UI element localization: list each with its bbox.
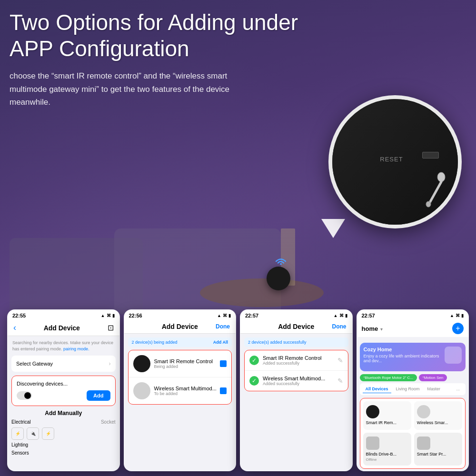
sensors-label: Sensors [11,450,29,456]
battery-icon: ▮ [228,313,231,318]
socket-wifi-icon[interactable]: 🔌 [27,427,39,440]
lighting-label: Lighting [11,442,28,447]
socket-zigbee-icon[interactable]: ⚡ [42,427,54,440]
phone2-status-icons: ▲ ⌘ ▮ [217,313,231,318]
phone2-status-bar: 22:56 ▲ ⌘ ▮ [124,310,236,320]
phone2-done-btn[interactable]: Done [216,323,230,330]
signal-icon: ▲ [101,313,105,318]
toggle-knob [24,392,31,399]
phone3-content: 2 device(s) added successfully ✓ Smart I… [240,334,352,471]
device-item-2: Wireless Smart Multimod... To be added [129,377,232,404]
wifi-icon: ⌘ [456,313,460,318]
phone1-nav-title: Add Device [44,324,80,332]
plug-icon[interactable]: ⚡ [11,427,24,440]
battery-icon: ▮ [112,313,115,318]
device4-name: Wireless Smart Multimod... [263,376,337,381]
phone3-status-icons: ▲ ⌘ ▮ [334,313,347,318]
device-tile-1-name: Smart IR Rem... [366,420,408,425]
select-gateway-row[interactable]: Select Gateway › [11,356,116,372]
toggle-switch[interactable] [17,391,32,400]
phone1-scan-btn[interactable]: ⊡ [108,323,114,332]
phone3-nav-title: Add Device [278,323,314,330]
device-tile-3[interactable]: Blinds Drive-B... Offline [363,433,411,466]
tab-living-room[interactable]: Living Room [393,385,423,393]
device-list-phone3: ✓ Smart IR Remote Control Added successf… [244,350,348,391]
device-tile-2-name: Wireless Smar... [417,420,459,425]
device-tile-4[interactable]: Smart Star Pr... [414,433,462,466]
device-tile-4-icon [417,436,430,450]
scene-icon [445,347,462,364]
shortcut-tag-2[interactable]: “Motion Sen [419,374,447,381]
chevron-right-icon: › [109,360,111,367]
phone3-done-btn[interactable]: Done [332,323,347,330]
device2-info: Wireless Smart Multimod... To be added [154,386,220,396]
socket-label: Socket [101,419,116,425]
add-all-btn[interactable]: Add All [213,340,228,345]
signal-icon: ▲ [450,313,454,318]
searching-text: Searching for nearby devices. Make sure … [11,340,116,352]
tab-more[interactable]: ... [453,385,463,393]
device-closeup-circle: RESET [328,95,462,228]
phone2-nav-title: Add Device [162,323,198,330]
device2-avatar [133,382,150,399]
device4-info: Wireless Smart Multimod... Added success… [263,376,337,386]
edit-icon-1[interactable]: ✎ [337,357,343,364]
device4-status: Added successfully [263,381,337,386]
text-section: Two Options for Adding under APP Configu… [10,10,305,109]
discovering-box: Discovering devices... Add [11,376,116,406]
phone1-back-btn[interactable]: ‹ [13,323,16,333]
phone4-status-icons: ▲ ⌘ ▮ [450,313,464,318]
device2-name: Wireless Smart Multimod... [154,386,220,391]
add-button[interactable]: Add [87,390,110,401]
battery-icon: ▮ [461,313,464,318]
phone3-time: 22:57 [245,313,258,318]
pairing-mode-link[interactable]: pairing mode. [63,347,89,351]
device1-avatar [133,355,150,372]
device-tile-1[interactable]: Smart IR Rem... [363,401,411,430]
phone-1: 22:55 ▲ ⌘ ▮ ‹ Add Device ⊡ Searching for… [7,309,120,471]
device1-name: Smart IR Remote Control [154,358,220,364]
edit-icon-2[interactable]: ✎ [337,377,343,385]
phone1-content: Searching for nearby devices. Make sure … [8,336,119,471]
home-dropdown-icon[interactable]: ▾ [380,327,383,332]
sensors-row: Sensors [11,450,116,456]
svg-point-1 [437,172,445,182]
tab-all-devices[interactable]: All Devices [363,385,391,393]
ir-device-table [267,267,290,290]
device-tile-3-name: Blinds Drive-B... [366,452,408,456]
phone3-nav-bar: Add Device Done [240,320,352,334]
phone4-content: Cozy Home Enjoy a cozy life with ambient… [357,337,469,471]
wifi-icon: ⌘ [339,313,344,318]
device-tile-4-name: Smart Star Pr... [417,452,459,456]
scene-card[interactable]: Cozy Home Enjoy a cozy life with ambient… [360,343,466,371]
phone1-status-bar: 22:55 ▲ ⌘ ▮ [8,310,119,320]
add-manually-title: Add Manually [11,410,116,416]
plus-button[interactable]: + [452,323,464,334]
device-circle-inner: RESET [332,99,458,225]
banner-added: 2 device(s) added successfully [244,337,348,347]
discovering-row: Add [17,390,110,401]
device3-name: Smart IR Remote Control [263,355,337,361]
svg-line-2 [429,182,441,203]
phone1-status-icons: ▲ ⌘ ▮ [101,313,115,318]
banner-added-text: 2 device(s) added successfully [248,340,307,345]
home-name: home [362,325,378,332]
lighting-row: Lighting [11,442,116,447]
device1-status: Being added [154,364,220,369]
socket-icons-row: ⚡ 🔌 ⚡ [11,427,116,440]
tab-master[interactable]: Master [425,385,444,393]
device-tile-3-status: Offline [366,457,408,462]
electrical-row: Electrical Socket [11,419,116,425]
usb-port [422,152,439,159]
device1-indicator [220,360,227,367]
phone4-home-header: home ▾ + [357,320,469,337]
wifi-icon: ⌘ [223,313,227,318]
scene-title: Cozy Home [364,347,441,352]
device-grid: Smart IR Rem... Wireless Smar... Blinds … [360,398,466,469]
device-item-1: Smart IR Remote Control Being added [129,350,232,377]
device1-info: Smart IR Remote Control Being added [154,358,220,369]
shortcut-tag-1[interactable]: “Bluetooth Rope Motor 2” C... [360,374,417,381]
device-tile-2[interactable]: Wireless Smar... [414,401,462,430]
phone1-nav-bar: ‹ Add Device ⊡ [8,320,119,336]
phone2-time: 22:56 [129,313,142,318]
